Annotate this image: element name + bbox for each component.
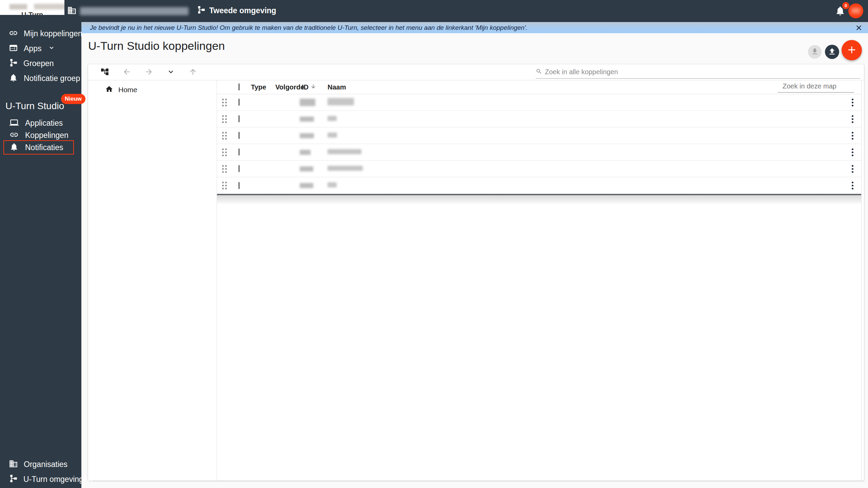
row-menu-button[interactable] bbox=[852, 99, 853, 106]
chevron-down-icon bbox=[166, 67, 175, 77]
folder-search-input[interactable] bbox=[778, 81, 854, 92]
column-header-type[interactable]: Type bbox=[251, 83, 275, 91]
sidebar-item-label: Mijn koppelingen bbox=[24, 29, 82, 38]
sidebar-item-applicaties[interactable]: Applicaties bbox=[0, 117, 81, 129]
drag-handle-icon[interactable] bbox=[222, 165, 227, 173]
row-menu-button[interactable] bbox=[852, 115, 853, 123]
sidebar-item-label: Notificatie groep bbox=[24, 74, 80, 83]
column-label: Volgorde bbox=[275, 83, 304, 91]
row-checkbox[interactable] bbox=[238, 99, 240, 106]
card-content: Home Type Volgorde bbox=[88, 80, 864, 481]
search-all-input[interactable] bbox=[545, 68, 843, 76]
home-icon bbox=[105, 85, 113, 95]
main-area: U-Turn Studio koppelingen bbox=[81, 33, 868, 488]
row-drag-cell bbox=[217, 182, 232, 189]
row-checkbox[interactable] bbox=[238, 132, 240, 139]
folder-search-field bbox=[778, 81, 854, 93]
organization-context[interactable] bbox=[67, 6, 189, 17]
sidebar-item-koppelingen[interactable]: Koppelingen bbox=[0, 129, 81, 141]
row-naam-redacted bbox=[328, 116, 337, 121]
row-menu-cell bbox=[844, 115, 861, 123]
table-end-shadow bbox=[217, 195, 861, 205]
row-select-cell bbox=[232, 133, 251, 139]
tree-item-home[interactable]: Home bbox=[88, 85, 217, 95]
user-avatar[interactable] bbox=[848, 3, 863, 18]
drag-handle-icon[interactable] bbox=[222, 99, 227, 106]
tree-view-button[interactable] bbox=[100, 67, 110, 77]
row-menu-button[interactable] bbox=[852, 182, 853, 189]
sidebar-item-label: Koppelingen bbox=[25, 131, 68, 140]
drag-handle-icon[interactable] bbox=[222, 148, 227, 156]
sidebar-item-notificatie-groep[interactable]: Notificatie groep bbox=[0, 71, 81, 86]
search-all-field bbox=[536, 66, 860, 79]
sidebar-item-notificaties[interactable]: Notificaties bbox=[0, 141, 81, 154]
organization-name-redacted bbox=[80, 7, 189, 15]
sidebar-item-apps[interactable]: Apps bbox=[0, 41, 81, 56]
column-header-volgorde[interactable]: Volgorde bbox=[275, 83, 302, 91]
row-drag-cell bbox=[217, 132, 232, 140]
navigate-forward-button[interactable] bbox=[144, 67, 154, 77]
row-checkbox[interactable] bbox=[238, 182, 240, 189]
sidebar-item-groepen[interactable]: Groepen bbox=[0, 56, 81, 71]
koppelingen-card: Home Type Volgorde bbox=[88, 64, 864, 481]
bell-icon bbox=[9, 142, 19, 153]
add-koppeling-button[interactable] bbox=[842, 40, 862, 60]
tree-structure-icon bbox=[100, 67, 109, 77]
row-checkbox[interactable] bbox=[238, 115, 240, 122]
arrow-left-icon bbox=[122, 67, 131, 77]
row-menu-button[interactable] bbox=[852, 132, 853, 140]
row-menu-button[interactable] bbox=[852, 165, 853, 173]
row-menu-cell bbox=[844, 165, 861, 173]
row-id-cell bbox=[302, 133, 328, 138]
laptop-icon bbox=[9, 118, 19, 128]
sidebar-item-organisaties[interactable]: Organisaties bbox=[0, 457, 81, 472]
navigate-back-button[interactable] bbox=[122, 67, 132, 77]
drag-handle-icon[interactable] bbox=[222, 182, 227, 189]
move-up-button[interactable] bbox=[188, 67, 198, 77]
table-rows bbox=[217, 94, 861, 194]
drag-handle-icon[interactable] bbox=[222, 115, 227, 123]
row-checkbox[interactable] bbox=[238, 148, 240, 156]
close-icon bbox=[855, 28, 863, 33]
info-banner: Je bevindt je nu in het nieuwe U-Turn St… bbox=[81, 22, 868, 33]
environment-switcher[interactable]: Tweede omgeving bbox=[197, 5, 276, 16]
row-naam-redacted bbox=[328, 98, 354, 105]
sidebar-item-label: Groepen bbox=[23, 59, 54, 68]
row-select-cell bbox=[232, 116, 251, 122]
hierarchy-icon bbox=[9, 474, 18, 484]
banner-close-button[interactable] bbox=[855, 24, 863, 32]
link-icon bbox=[9, 28, 18, 39]
studio-section-title: U-Turn Studio bbox=[5, 101, 64, 111]
row-drag-cell bbox=[217, 99, 232, 106]
koppelingen-table: Type Volgorde ID Naam bbox=[217, 80, 862, 481]
table-header-row: Type Volgorde ID Naam bbox=[217, 80, 861, 94]
row-menu-cell bbox=[844, 99, 861, 106]
sidebar-item-label: Organisaties bbox=[24, 460, 67, 469]
row-id-cell bbox=[302, 99, 328, 106]
row-select-cell bbox=[232, 183, 251, 189]
row-naam-redacted bbox=[328, 149, 361, 154]
sidebar-item-mijn-koppelingen[interactable]: Mijn koppelingen bbox=[0, 26, 81, 41]
table-row bbox=[217, 111, 861, 127]
tree-item-label: Home bbox=[118, 86, 137, 94]
sidebar-item-label: U-Turn omgevingen bbox=[23, 475, 92, 484]
drag-handle-icon[interactable] bbox=[222, 132, 227, 140]
row-menu-cell bbox=[844, 182, 861, 189]
select-all-checkbox[interactable] bbox=[238, 83, 240, 90]
row-drag-cell bbox=[217, 165, 232, 173]
sidebar-item-label: Applicaties bbox=[25, 119, 63, 128]
row-naam-redacted bbox=[328, 166, 363, 171]
column-header-id[interactable]: ID bbox=[302, 83, 328, 91]
row-select-cell bbox=[232, 99, 251, 105]
app-logo[interactable]: U-Turn bbox=[0, 0, 64, 15]
info-banner-text: Je bevindt je nu in het nieuwe U-Turn St… bbox=[90, 24, 528, 32]
expand-button[interactable] bbox=[166, 67, 176, 77]
row-menu-button[interactable] bbox=[852, 148, 853, 156]
upload-button[interactable] bbox=[825, 45, 839, 59]
row-checkbox[interactable] bbox=[238, 165, 240, 172]
download-button[interactable] bbox=[808, 45, 822, 59]
download-icon bbox=[811, 47, 819, 57]
row-naam-redacted bbox=[328, 182, 337, 187]
sidebar-item-uturn-omgevingen[interactable]: U-Turn omgevingen bbox=[0, 472, 81, 487]
building-icon bbox=[9, 459, 18, 470]
